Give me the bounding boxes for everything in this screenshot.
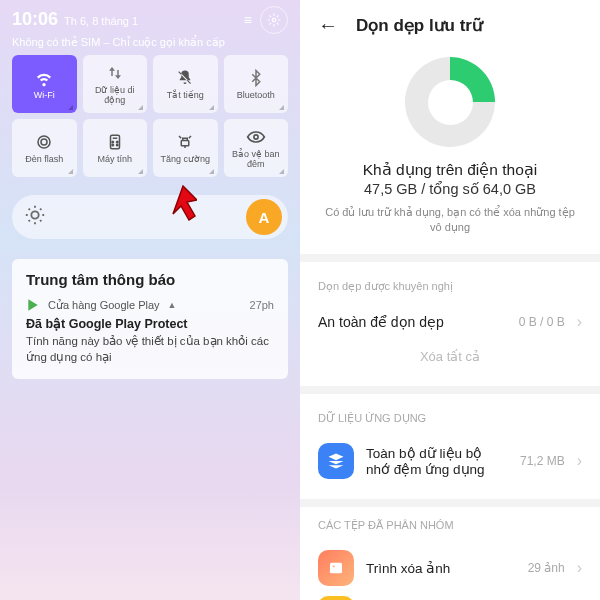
section-header-files: CÁC TỆP ĐÃ PHÂN NHÓM bbox=[318, 519, 582, 532]
stack-icon bbox=[318, 443, 354, 479]
tile-label: Dữ liệu di động bbox=[83, 86, 148, 106]
svg-point-15 bbox=[31, 211, 38, 218]
svg-line-11 bbox=[179, 136, 181, 138]
row-value: 0 B / 0 B bbox=[519, 315, 565, 329]
sim-status: Không có thẻ SIM – Chỉ cuộc gọi khẩn cấp bbox=[0, 34, 300, 55]
pointer-arrow bbox=[155, 180, 197, 222]
tile-wifi[interactable]: Wi-Fi bbox=[12, 55, 77, 113]
status-bar: 10:06 Th 6, 8 tháng 1 ≡ bbox=[0, 0, 300, 34]
bell-off-icon bbox=[176, 68, 194, 88]
edit-icon[interactable]: ≡ bbox=[244, 12, 252, 28]
svg-rect-17 bbox=[330, 563, 342, 574]
svg-line-12 bbox=[189, 136, 191, 138]
notification-card[interactable]: Trung tâm thông báo Cửa hàng Google Play… bbox=[12, 259, 288, 379]
brightness-icon bbox=[24, 204, 50, 230]
svg-marker-14 bbox=[173, 186, 197, 220]
svg-point-2 bbox=[38, 136, 50, 148]
row-next-item[interactable] bbox=[318, 594, 582, 600]
svg-point-7 bbox=[112, 144, 114, 146]
data-icon bbox=[106, 63, 124, 83]
section-header-appdata: DỮ LIỆU ỨNG DỤNG bbox=[318, 412, 582, 425]
chevron-right-icon: › bbox=[577, 313, 582, 331]
avail-sub: 47,5 GB / tổng số 64,0 GB bbox=[320, 181, 580, 197]
gear-icon[interactable] bbox=[260, 6, 288, 34]
tile-bluetooth[interactable]: Bluetooth bbox=[224, 55, 289, 113]
tile-label: Máy tính bbox=[95, 155, 134, 165]
svg-point-13 bbox=[254, 135, 258, 139]
flashlight-icon bbox=[35, 132, 53, 152]
clear-all-button[interactable]: Xóa tất cả bbox=[318, 341, 582, 368]
bluetooth-icon bbox=[247, 68, 265, 88]
avail-main: Khả dụng trên điện thoại bbox=[320, 161, 580, 179]
row-value: 71,2 MB bbox=[520, 454, 565, 468]
notification-title: Đã bật Google Play Protect bbox=[26, 316, 274, 331]
tile-calculator[interactable]: Máy tính bbox=[83, 119, 148, 177]
page-title: Dọn dẹp lưu trữ bbox=[356, 15, 483, 36]
avail-desc: Có đủ lưu trữ khả dụng, bạn có thể xóa n… bbox=[320, 205, 580, 236]
folder-icon bbox=[318, 596, 354, 600]
svg-point-5 bbox=[112, 141, 114, 143]
row-app-cache[interactable]: Toàn bộ dữ liệu bộ nhớ đệm ứng dụng 71,2… bbox=[318, 435, 582, 487]
row-safe-clean[interactable]: An toàn để dọn dẹp 0 B / 0 B › bbox=[318, 303, 582, 341]
auto-brightness-toggle[interactable]: A bbox=[246, 199, 282, 235]
calculator-icon bbox=[106, 132, 124, 152]
tile-flash[interactable]: Đèn flash bbox=[12, 119, 77, 177]
notification-body: Tính năng này bảo vệ thiết bị của bạn kh… bbox=[26, 333, 274, 365]
status-date: Th 6, 8 tháng 1 bbox=[64, 15, 238, 27]
tile-label: Bảo vệ ban đêm bbox=[224, 150, 289, 170]
chevron-right-icon: › bbox=[577, 559, 582, 577]
tile-label: Đèn flash bbox=[23, 155, 65, 165]
eye-icon bbox=[246, 127, 266, 147]
row-label: An toàn để dọn dẹp bbox=[318, 314, 507, 330]
tile-label: Bluetooth bbox=[235, 91, 277, 101]
tile-mute[interactable]: Tắt tiếng bbox=[153, 55, 218, 113]
tile-label: Wi-Fi bbox=[32, 91, 57, 101]
boost-icon bbox=[176, 132, 194, 152]
storage-pie-chart bbox=[405, 57, 495, 147]
svg-rect-9 bbox=[182, 140, 190, 145]
play-store-icon bbox=[26, 298, 40, 312]
clock: 10:06 bbox=[12, 9, 58, 30]
row-label: Trình xóa ảnh bbox=[366, 560, 516, 576]
svg-point-6 bbox=[116, 141, 118, 143]
row-value: 29 ảnh bbox=[528, 561, 565, 575]
back-arrow-icon[interactable]: ← bbox=[318, 14, 338, 37]
notification-age: 27ph bbox=[250, 299, 274, 311]
svg-marker-16 bbox=[28, 299, 37, 311]
section-header-recommend: Dọn dẹp được khuyên nghị bbox=[318, 280, 582, 293]
svg-point-8 bbox=[116, 144, 118, 146]
notification-center-title: Trung tâm thông báo bbox=[26, 271, 274, 288]
row-label: Toàn bộ dữ liệu bộ nhớ đệm ứng dụng bbox=[366, 445, 508, 477]
notification-source: Cửa hàng Google Play bbox=[48, 299, 160, 312]
chevron-right-icon: › bbox=[577, 452, 582, 470]
quick-settings-panel: 10:06 Th 6, 8 tháng 1 ≡ Không có thẻ SIM… bbox=[0, 0, 300, 600]
image-icon bbox=[318, 550, 354, 586]
svg-point-1 bbox=[41, 139, 47, 145]
brightness-slider[interactable]: A bbox=[12, 195, 288, 239]
tile-mobiledata[interactable]: Dữ liệu di động bbox=[83, 55, 148, 113]
tile-boost[interactable]: Tăng cường bbox=[153, 119, 218, 177]
storage-cleanup-screen: ← Dọn dẹp lưu trữ Khả dụng trên điện tho… bbox=[300, 0, 600, 600]
tile-label: Tắt tiếng bbox=[165, 91, 206, 101]
wifi-icon bbox=[34, 68, 54, 88]
row-image-cleanup[interactable]: Trình xóa ảnh 29 ảnh › bbox=[318, 542, 582, 594]
svg-point-0 bbox=[272, 18, 276, 22]
tile-label: Tăng cường bbox=[158, 155, 212, 165]
tile-nightshield[interactable]: Bảo vệ ban đêm bbox=[224, 119, 289, 177]
quick-tile-grid: Wi-Fi Dữ liệu di động Tắt tiếng Bluetoot… bbox=[12, 55, 288, 177]
